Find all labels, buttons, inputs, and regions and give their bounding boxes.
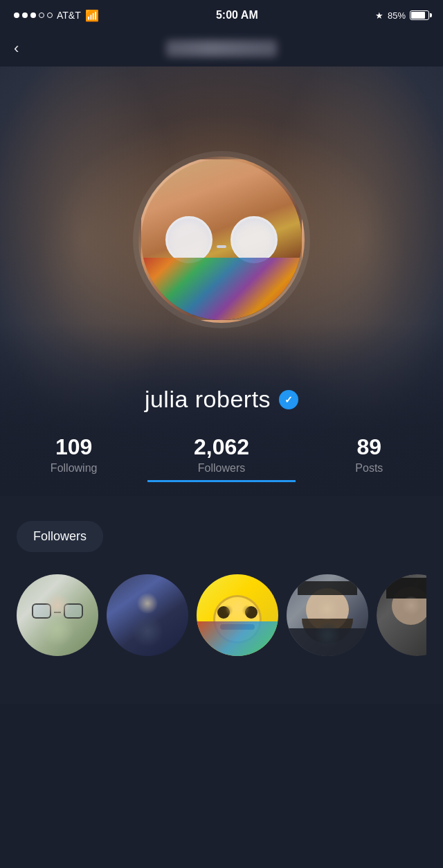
- status-bar: AT&T 📶 5:00 AM ★ 85%: [0, 0, 443, 30]
- dot-5: [47, 12, 53, 18]
- following-label: Following: [51, 462, 98, 475]
- stat-posts[interactable]: 89 Posts: [296, 435, 443, 480]
- back-button[interactable]: ‹: [14, 39, 19, 57]
- followers-label: Followers: [198, 462, 245, 475]
- posts-count: 89: [357, 435, 382, 459]
- following-count: 109: [55, 435, 92, 459]
- battery-pct: 85%: [388, 10, 406, 21]
- profile-name: julia roberts: [145, 386, 271, 413]
- nav-bar: ‹: [0, 30, 443, 67]
- stats-row: 109 Following 2,062 Followers 89 Posts: [0, 435, 443, 482]
- profile-name-row: julia roberts ✓: [0, 386, 443, 413]
- bluetooth-icon: ★: [375, 10, 383, 21]
- dot-2: [22, 12, 28, 18]
- stat-followers[interactable]: 2,062 Followers: [147, 435, 295, 482]
- g-bridge: [54, 612, 61, 613]
- posts-label: Posts: [355, 462, 383, 475]
- nav-title-blurred: [166, 40, 277, 57]
- glasses-overlay: [32, 603, 83, 619]
- dot-3: [30, 12, 36, 18]
- stat-following[interactable]: 109 Following: [0, 435, 147, 480]
- signal-dots: [14, 12, 53, 18]
- right-lens: [230, 216, 278, 263]
- left-lens: [165, 216, 213, 263]
- lens-bridge: [217, 245, 226, 248]
- status-left: AT&T 📶: [14, 9, 99, 22]
- avatar: [138, 157, 305, 323]
- battery-fill: [411, 12, 425, 19]
- follower-avatar-1[interactable]: [17, 574, 98, 656]
- avatar-container: [138, 157, 305, 323]
- g-left-lens: [32, 603, 51, 619]
- status-right: ★ 85%: [375, 10, 429, 21]
- sunglasses: [165, 216, 278, 263]
- wifi-icon: 📶: [85, 9, 99, 22]
- followers-count: 2,062: [194, 435, 249, 459]
- carrier-label: AT&T: [57, 10, 81, 21]
- verified-badge: ✓: [279, 390, 298, 409]
- followers-avatars-row: [17, 574, 426, 656]
- hero-section: julia roberts ✓ 109 Following 2,062 Foll…: [0, 67, 443, 496]
- follower-avatar-2[interactable]: [107, 574, 188, 656]
- followers-section: Followers: [0, 496, 443, 704]
- follower-avatar-3[interactable]: [197, 574, 278, 656]
- status-time: 5:00 AM: [216, 9, 258, 21]
- followers-tab-button[interactable]: Followers: [17, 521, 103, 552]
- scarf: [141, 258, 302, 320]
- follower-avatar-5[interactable]: [377, 574, 426, 656]
- follower-avatar-4[interactable]: [287, 574, 368, 656]
- g-right-lens: [64, 603, 83, 619]
- verified-check-icon: ✓: [284, 394, 293, 405]
- battery-icon: [410, 10, 429, 20]
- dot-1: [14, 12, 19, 18]
- dot-4: [39, 12, 44, 18]
